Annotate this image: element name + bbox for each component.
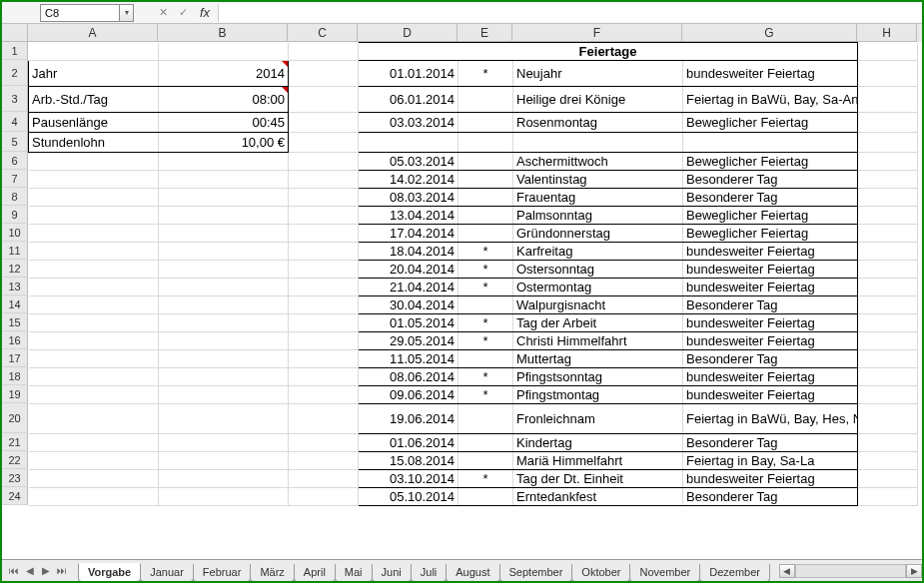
cell[interactable]: * — [459, 243, 513, 261]
cell[interactable] — [29, 434, 159, 452]
select-all-corner[interactable] — [2, 24, 28, 42]
cell[interactable] — [459, 113, 513, 133]
row-header-10[interactable]: 10 — [2, 224, 28, 242]
cell[interactable] — [159, 368, 289, 386]
cell[interactable] — [289, 113, 359, 133]
cell[interactable]: 20.04.2014 — [359, 261, 459, 279]
row-header-15[interactable]: 15 — [2, 313, 28, 331]
cell[interactable]: 17.04.2014 — [359, 225, 459, 243]
tab-nav-next[interactable]: ▶ — [38, 563, 54, 579]
cell[interactable] — [159, 314, 289, 332]
cell[interactable]: * — [459, 279, 513, 296]
cell[interactable] — [459, 404, 513, 434]
cell[interactable] — [29, 332, 159, 350]
row-header-12[interactable]: 12 — [2, 260, 28, 278]
row-header-18[interactable]: 18 — [2, 367, 28, 385]
row-header-1[interactable]: 1 — [2, 42, 28, 60]
fx-icon[interactable]: fx — [200, 5, 210, 20]
cell[interactable] — [858, 296, 918, 314]
cell[interactable] — [459, 296, 513, 314]
cell[interactable] — [289, 279, 359, 296]
col-header-E[interactable]: E — [458, 24, 512, 42]
cell[interactable] — [513, 133, 683, 153]
cell[interactable] — [289, 87, 359, 113]
name-box[interactable] — [40, 4, 120, 22]
cell[interactable]: 03.03.2014 — [359, 113, 459, 133]
cell[interactable]: * — [459, 61, 513, 87]
row-header-2[interactable]: 2 — [2, 60, 28, 86]
cell[interactable] — [858, 350, 918, 368]
cell[interactable] — [159, 43, 289, 61]
cell[interactable] — [159, 452, 289, 470]
cell[interactable]: * — [459, 332, 513, 350]
row-header-5[interactable]: 5 — [2, 132, 28, 152]
cell[interactable] — [858, 404, 918, 434]
cell[interactable] — [459, 452, 513, 470]
cell[interactable]: 05.03.2014 — [359, 153, 459, 171]
row-header-24[interactable]: 24 — [2, 487, 28, 505]
cell[interactable]: * — [459, 386, 513, 404]
cell[interactable] — [29, 171, 159, 189]
sheet-tab-vorgabe[interactable]: Vorgabe — [78, 563, 141, 582]
cell[interactable]: bundesweiter Feiertag — [683, 279, 858, 296]
sheet-tab-märz[interactable]: März — [250, 564, 294, 582]
cell[interactable]: 11.05.2014 — [359, 350, 459, 368]
cell[interactable] — [29, 350, 159, 368]
cell[interactable]: bundesweiter Feiertag — [683, 332, 858, 350]
sheet-tab-august[interactable]: August — [446, 564, 499, 582]
cell[interactable] — [459, 171, 513, 189]
cell[interactable] — [459, 133, 513, 153]
cell[interactable] — [29, 153, 159, 171]
cell[interactable] — [159, 225, 289, 243]
cell[interactable]: * — [459, 261, 513, 279]
row-header-20[interactable]: 20 — [2, 403, 28, 433]
row-header-23[interactable]: 23 — [2, 469, 28, 487]
cell[interactable] — [289, 332, 359, 350]
cell[interactable] — [29, 261, 159, 279]
cell[interactable] — [289, 452, 359, 470]
cell[interactable] — [858, 279, 918, 296]
cell[interactable] — [159, 350, 289, 368]
cell[interactable] — [289, 189, 359, 207]
cell[interactable]: Fronleichnam — [513, 404, 683, 434]
cell[interactable] — [459, 488, 513, 506]
cell[interactable]: Christi Himmelfahrt — [513, 332, 683, 350]
cell[interactable] — [289, 171, 359, 189]
row-header-16[interactable]: 16 — [2, 331, 28, 349]
cell[interactable]: * — [459, 470, 513, 488]
cell[interactable] — [29, 189, 159, 207]
cell[interactable] — [29, 386, 159, 404]
cell[interactable] — [159, 189, 289, 207]
tab-nav-first[interactable]: ⏮ — [6, 563, 22, 579]
cell[interactable]: Beweglicher Feiertag — [683, 207, 858, 225]
cell[interactable]: 29.05.2014 — [359, 332, 459, 350]
cell[interactable] — [459, 434, 513, 452]
cell[interactable]: 08.06.2014 — [359, 368, 459, 386]
cell[interactable] — [858, 314, 918, 332]
cell[interactable] — [858, 153, 918, 171]
cell[interactable]: Kindertag — [513, 434, 683, 452]
cell[interactable]: Stundenlohn — [29, 133, 159, 153]
cell[interactable] — [289, 386, 359, 404]
cell[interactable]: Beweglicher Feiertag — [683, 153, 858, 171]
cell[interactable] — [29, 470, 159, 488]
row-header-6[interactable]: 6 — [2, 152, 28, 170]
cell[interactable] — [29, 368, 159, 386]
cell[interactable] — [289, 61, 359, 87]
sheet-tab-juli[interactable]: Juli — [411, 564, 448, 582]
row-header-3[interactable]: 3 — [2, 86, 28, 112]
col-header-G[interactable]: G — [682, 24, 857, 42]
cell[interactable]: * — [459, 314, 513, 332]
cell[interactable] — [858, 189, 918, 207]
sheet-tab-mai[interactable]: Mai — [335, 564, 373, 582]
name-box-dropdown[interactable]: ▾ — [120, 4, 134, 22]
cell[interactable] — [29, 279, 159, 296]
cell[interactable]: bundesweiter Feiertag — [683, 386, 858, 404]
cell[interactable]: Feiertag in BaWü, Bay, Sa-An — [683, 87, 858, 113]
cell[interactable] — [858, 452, 918, 470]
cell[interactable]: Pfingstmontag — [513, 386, 683, 404]
cell[interactable]: 08.03.2014 — [359, 189, 459, 207]
spreadsheet-grid[interactable]: ABCDEFGH 1234567891011121314151617181920… — [2, 24, 922, 563]
cell[interactable] — [289, 470, 359, 488]
cell[interactable]: 05.10.2014 — [359, 488, 459, 506]
